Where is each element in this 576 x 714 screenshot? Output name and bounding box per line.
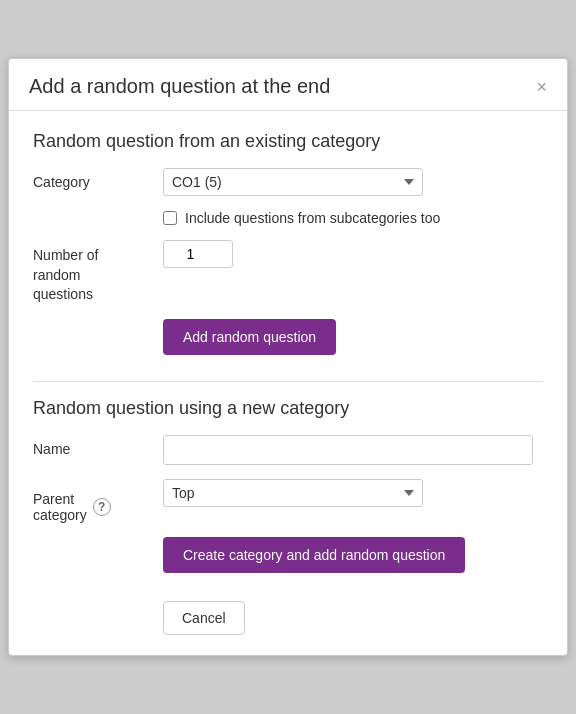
name-input-wrapper bbox=[163, 435, 543, 465]
name-group: Name bbox=[33, 435, 543, 465]
number-questions-input[interactable] bbox=[163, 240, 233, 268]
subcategory-label[interactable]: Include questions from subcategories too bbox=[185, 210, 440, 226]
category-select-wrapper: CO1 (5) bbox=[163, 168, 543, 196]
create-button-wrapper: Create category and add random question bbox=[33, 537, 543, 583]
category-group: Category CO1 (5) bbox=[33, 168, 543, 196]
parent-category-select[interactable]: Top bbox=[163, 479, 423, 507]
section1-title: Random question from an existing categor… bbox=[33, 131, 543, 152]
cancel-button-wrapper: Cancel bbox=[33, 601, 543, 635]
add-button-wrapper: Add random question bbox=[33, 319, 543, 365]
number-questions-label: Number of random questions bbox=[33, 240, 163, 305]
subcategory-checkbox-row: Include questions from subcategories too bbox=[163, 210, 543, 226]
number-questions-group: Number of random questions bbox=[33, 240, 543, 305]
cancel-button[interactable]: Cancel bbox=[163, 601, 245, 635]
modal-dialog: Add a random question at the end × Rando… bbox=[8, 58, 568, 656]
modal-body: Random question from an existing categor… bbox=[9, 111, 567, 655]
parent-category-label-group: Parent category ? bbox=[33, 479, 163, 523]
subcategory-checkbox[interactable] bbox=[163, 211, 177, 225]
add-random-question-button[interactable]: Add random question bbox=[163, 319, 336, 355]
create-category-button[interactable]: Create category and add random question bbox=[163, 537, 465, 573]
section2-title: Random question using a new category bbox=[33, 398, 543, 419]
category-label: Category bbox=[33, 168, 163, 190]
parent-label: Parent category bbox=[33, 491, 87, 523]
section-divider bbox=[33, 381, 543, 382]
name-label: Name bbox=[33, 435, 163, 457]
help-icon[interactable]: ? bbox=[93, 498, 111, 516]
modal-header: Add a random question at the end × bbox=[9, 59, 567, 111]
modal-overlay: Add a random question at the end × Rando… bbox=[0, 0, 576, 714]
name-input[interactable] bbox=[163, 435, 533, 465]
close-button[interactable]: × bbox=[536, 78, 547, 96]
modal-title: Add a random question at the end bbox=[29, 75, 330, 98]
category-select[interactable]: CO1 (5) bbox=[163, 168, 423, 196]
parent-category-group: Parent category ? Top bbox=[33, 479, 543, 523]
number-input-wrapper bbox=[163, 240, 543, 268]
parent-select-wrapper: Top bbox=[163, 479, 543, 507]
